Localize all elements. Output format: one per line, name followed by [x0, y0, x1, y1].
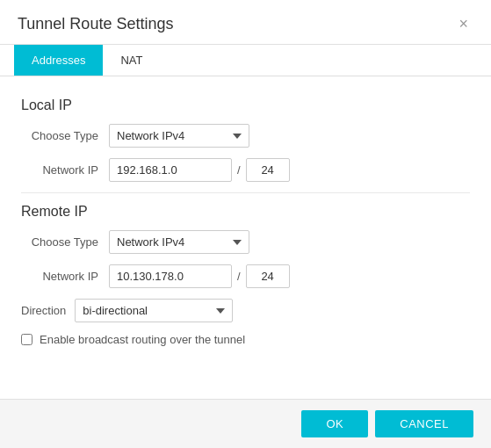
tunnel-route-settings-dialog: Tunnel Route Settings × Addresses NAT Lo… [0, 0, 491, 448]
local-network-ip-row: Network IP / [21, 158, 470, 182]
remote-network-ip-label: Network IP [21, 270, 109, 283]
local-choose-type-row: Choose Type Network IPv4 Network IPv6 Ho… [21, 124, 470, 148]
close-button[interactable]: × [453, 14, 473, 33]
remote-choose-type-row: Choose Type Network IPv4 Network IPv6 Ho… [21, 230, 470, 254]
local-choose-type-label: Choose Type [21, 129, 109, 142]
remote-choose-type-label: Choose Type [21, 235, 109, 249]
remote-ip-section: Remote IP Choose Type Network IPv4 Netwo… [21, 204, 470, 288]
remote-ip-title: Remote IP [21, 204, 470, 220]
broadcast-label[interactable]: Enable broadcast routing over the tunnel [40, 333, 245, 346]
local-ip-input[interactable] [109, 158, 232, 182]
remote-ip-separator: / [237, 270, 241, 283]
section-divider [21, 192, 470, 193]
remote-network-ip-row: Network IP / [21, 264, 470, 288]
local-network-ip-label: Network IP [21, 163, 109, 177]
dialog-title: Tunnel Route Settings [18, 15, 173, 33]
cancel-button[interactable]: CANCEL [375, 410, 473, 437]
tabs-bar: Addresses NAT [0, 45, 491, 76]
broadcast-checkbox-row: Enable broadcast routing over the tunnel [21, 333, 470, 346]
dialog-body: Local IP Choose Type Network IPv4 Networ… [0, 76, 491, 399]
tab-nat[interactable]: NAT [103, 45, 160, 76]
local-prefix-input[interactable] [246, 158, 290, 182]
local-ip-separator: / [237, 163, 241, 177]
local-ip-title: Local IP [21, 98, 470, 113]
direction-row: Direction bi-directional forward only re… [21, 299, 470, 322]
remote-type-select[interactable]: Network IPv4 Network IPv6 Host IPv4 Host… [109, 230, 249, 254]
remote-prefix-input[interactable] [246, 264, 290, 288]
tab-addresses[interactable]: Addresses [14, 45, 103, 76]
direction-label: Direction [21, 304, 66, 317]
remote-ip-input[interactable] [109, 264, 232, 288]
broadcast-checkbox[interactable] [21, 334, 32, 345]
local-ip-section: Local IP Choose Type Network IPv4 Networ… [21, 98, 470, 182]
dialog-footer: OK CANCEL [0, 399, 491, 448]
dialog-header: Tunnel Route Settings × [0, 0, 491, 45]
ok-button[interactable]: OK [301, 410, 368, 437]
direction-select[interactable]: bi-directional forward only reverse only [75, 299, 233, 322]
local-type-select[interactable]: Network IPv4 Network IPv6 Host IPv4 Host… [109, 124, 249, 148]
